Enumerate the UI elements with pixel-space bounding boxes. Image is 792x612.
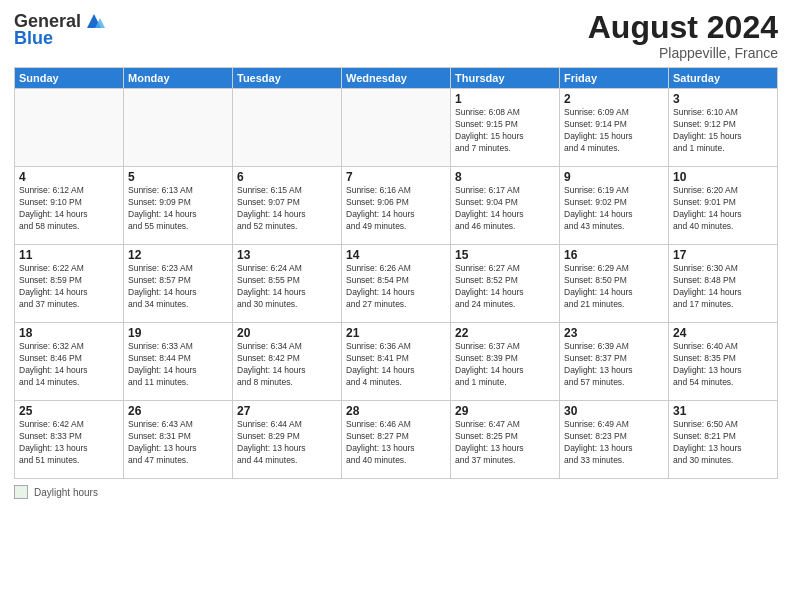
day-info: Sunrise: 6:32 AM Sunset: 8:46 PM Dayligh… <box>19 341 119 389</box>
calendar-cell <box>15 89 124 167</box>
day-number: 7 <box>346 170 446 184</box>
calendar-cell <box>342 89 451 167</box>
day-number: 24 <box>673 326 773 340</box>
day-info: Sunrise: 6:26 AM Sunset: 8:54 PM Dayligh… <box>346 263 446 311</box>
calendar-cell: 21Sunrise: 6:36 AM Sunset: 8:41 PM Dayli… <box>342 323 451 401</box>
day-info: Sunrise: 6:22 AM Sunset: 8:59 PM Dayligh… <box>19 263 119 311</box>
calendar-cell: 26Sunrise: 6:43 AM Sunset: 8:31 PM Dayli… <box>124 401 233 479</box>
calendar-week-row: 11Sunrise: 6:22 AM Sunset: 8:59 PM Dayli… <box>15 245 778 323</box>
day-number: 10 <box>673 170 773 184</box>
calendar-cell: 19Sunrise: 6:33 AM Sunset: 8:44 PM Dayli… <box>124 323 233 401</box>
day-number: 9 <box>564 170 664 184</box>
daylight-box <box>14 485 28 499</box>
calendar-day-header: Monday <box>124 68 233 89</box>
calendar-day-header: Tuesday <box>233 68 342 89</box>
day-number: 27 <box>237 404 337 418</box>
day-number: 5 <box>128 170 228 184</box>
logo: General Blue <box>14 10 105 49</box>
day-number: 25 <box>19 404 119 418</box>
day-info: Sunrise: 6:12 AM Sunset: 9:10 PM Dayligh… <box>19 185 119 233</box>
day-info: Sunrise: 6:39 AM Sunset: 8:37 PM Dayligh… <box>564 341 664 389</box>
day-info: Sunrise: 6:33 AM Sunset: 8:44 PM Dayligh… <box>128 341 228 389</box>
calendar-cell: 14Sunrise: 6:26 AM Sunset: 8:54 PM Dayli… <box>342 245 451 323</box>
day-info: Sunrise: 6:13 AM Sunset: 9:09 PM Dayligh… <box>128 185 228 233</box>
day-number: 18 <box>19 326 119 340</box>
day-info: Sunrise: 6:36 AM Sunset: 8:41 PM Dayligh… <box>346 341 446 389</box>
day-number: 2 <box>564 92 664 106</box>
calendar-week-row: 4Sunrise: 6:12 AM Sunset: 9:10 PM Daylig… <box>15 167 778 245</box>
calendar-cell: 2Sunrise: 6:09 AM Sunset: 9:14 PM Daylig… <box>560 89 669 167</box>
calendar-cell <box>124 89 233 167</box>
day-info: Sunrise: 6:47 AM Sunset: 8:25 PM Dayligh… <box>455 419 555 467</box>
calendar-cell: 7Sunrise: 6:16 AM Sunset: 9:06 PM Daylig… <box>342 167 451 245</box>
day-number: 17 <box>673 248 773 262</box>
calendar-cell: 6Sunrise: 6:15 AM Sunset: 9:07 PM Daylig… <box>233 167 342 245</box>
footer: Daylight hours <box>14 485 778 499</box>
calendar-cell: 4Sunrise: 6:12 AM Sunset: 9:10 PM Daylig… <box>15 167 124 245</box>
calendar-week-row: 1Sunrise: 6:08 AM Sunset: 9:15 PM Daylig… <box>15 89 778 167</box>
calendar-cell: 28Sunrise: 6:46 AM Sunset: 8:27 PM Dayli… <box>342 401 451 479</box>
day-number: 3 <box>673 92 773 106</box>
day-number: 20 <box>237 326 337 340</box>
calendar-cell: 31Sunrise: 6:50 AM Sunset: 8:21 PM Dayli… <box>669 401 778 479</box>
day-number: 23 <box>564 326 664 340</box>
logo-icon <box>83 10 105 32</box>
day-number: 19 <box>128 326 228 340</box>
calendar-day-header: Thursday <box>451 68 560 89</box>
month-year-title: August 2024 <box>588 10 778 45</box>
calendar-table: SundayMondayTuesdayWednesdayThursdayFrid… <box>14 67 778 479</box>
calendar-day-header: Wednesday <box>342 68 451 89</box>
day-info: Sunrise: 6:20 AM Sunset: 9:01 PM Dayligh… <box>673 185 773 233</box>
day-number: 26 <box>128 404 228 418</box>
day-number: 4 <box>19 170 119 184</box>
day-info: Sunrise: 6:46 AM Sunset: 8:27 PM Dayligh… <box>346 419 446 467</box>
calendar-cell: 18Sunrise: 6:32 AM Sunset: 8:46 PM Dayli… <box>15 323 124 401</box>
day-number: 13 <box>237 248 337 262</box>
calendar-cell: 30Sunrise: 6:49 AM Sunset: 8:23 PM Dayli… <box>560 401 669 479</box>
location-subtitle: Plappeville, France <box>588 45 778 61</box>
day-info: Sunrise: 6:42 AM Sunset: 8:33 PM Dayligh… <box>19 419 119 467</box>
calendar-cell: 3Sunrise: 6:10 AM Sunset: 9:12 PM Daylig… <box>669 89 778 167</box>
day-info: Sunrise: 6:27 AM Sunset: 8:52 PM Dayligh… <box>455 263 555 311</box>
day-info: Sunrise: 6:09 AM Sunset: 9:14 PM Dayligh… <box>564 107 664 155</box>
calendar-cell: 10Sunrise: 6:20 AM Sunset: 9:01 PM Dayli… <box>669 167 778 245</box>
day-number: 22 <box>455 326 555 340</box>
day-number: 29 <box>455 404 555 418</box>
day-number: 28 <box>346 404 446 418</box>
calendar-cell: 8Sunrise: 6:17 AM Sunset: 9:04 PM Daylig… <box>451 167 560 245</box>
day-info: Sunrise: 6:49 AM Sunset: 8:23 PM Dayligh… <box>564 419 664 467</box>
calendar-cell: 27Sunrise: 6:44 AM Sunset: 8:29 PM Dayli… <box>233 401 342 479</box>
day-info: Sunrise: 6:10 AM Sunset: 9:12 PM Dayligh… <box>673 107 773 155</box>
calendar-cell: 25Sunrise: 6:42 AM Sunset: 8:33 PM Dayli… <box>15 401 124 479</box>
logo-blue-text: Blue <box>14 28 53 49</box>
calendar-cell: 13Sunrise: 6:24 AM Sunset: 8:55 PM Dayli… <box>233 245 342 323</box>
day-number: 16 <box>564 248 664 262</box>
calendar-cell: 9Sunrise: 6:19 AM Sunset: 9:02 PM Daylig… <box>560 167 669 245</box>
day-number: 6 <box>237 170 337 184</box>
day-info: Sunrise: 6:43 AM Sunset: 8:31 PM Dayligh… <box>128 419 228 467</box>
daylight-label: Daylight hours <box>34 487 98 498</box>
day-number: 31 <box>673 404 773 418</box>
day-number: 12 <box>128 248 228 262</box>
calendar-cell: 22Sunrise: 6:37 AM Sunset: 8:39 PM Dayli… <box>451 323 560 401</box>
day-info: Sunrise: 6:37 AM Sunset: 8:39 PM Dayligh… <box>455 341 555 389</box>
day-info: Sunrise: 6:50 AM Sunset: 8:21 PM Dayligh… <box>673 419 773 467</box>
day-number: 21 <box>346 326 446 340</box>
calendar-cell: 24Sunrise: 6:40 AM Sunset: 8:35 PM Dayli… <box>669 323 778 401</box>
day-info: Sunrise: 6:08 AM Sunset: 9:15 PM Dayligh… <box>455 107 555 155</box>
calendar-cell: 16Sunrise: 6:29 AM Sunset: 8:50 PM Dayli… <box>560 245 669 323</box>
calendar-day-header: Friday <box>560 68 669 89</box>
calendar-cell <box>233 89 342 167</box>
day-info: Sunrise: 6:30 AM Sunset: 8:48 PM Dayligh… <box>673 263 773 311</box>
calendar-cell: 11Sunrise: 6:22 AM Sunset: 8:59 PM Dayli… <box>15 245 124 323</box>
day-number: 15 <box>455 248 555 262</box>
day-number: 1 <box>455 92 555 106</box>
calendar-week-row: 25Sunrise: 6:42 AM Sunset: 8:33 PM Dayli… <box>15 401 778 479</box>
calendar-cell: 29Sunrise: 6:47 AM Sunset: 8:25 PM Dayli… <box>451 401 560 479</box>
day-number: 11 <box>19 248 119 262</box>
calendar-cell: 23Sunrise: 6:39 AM Sunset: 8:37 PM Dayli… <box>560 323 669 401</box>
calendar-day-header: Saturday <box>669 68 778 89</box>
header: General Blue August 2024 Plappeville, Fr… <box>14 10 778 61</box>
day-info: Sunrise: 6:34 AM Sunset: 8:42 PM Dayligh… <box>237 341 337 389</box>
calendar-header-row: SundayMondayTuesdayWednesdayThursdayFrid… <box>15 68 778 89</box>
